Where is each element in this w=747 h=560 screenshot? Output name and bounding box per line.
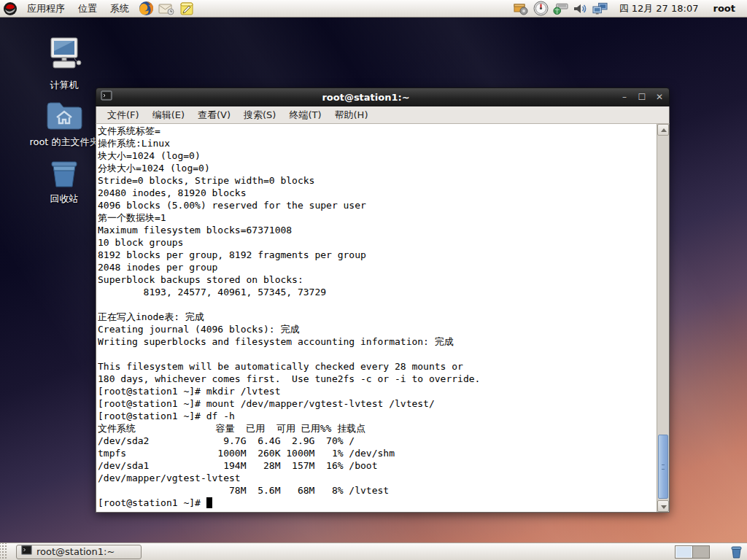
terminal-scrollbar[interactable]: [657, 124, 669, 512]
menu-terminal[interactable]: 终端(T): [282, 106, 328, 123]
desktop: 计算机 root 的主文件夹 回收站: [0, 0, 747, 560]
volume-icon[interactable]: [573, 1, 588, 16]
maximize-button[interactable]: ☐: [637, 92, 647, 102]
menu-help[interactable]: 帮助(H): [328, 106, 375, 123]
desktop-icon-home[interactable]: root 的主文件夹: [24, 99, 104, 149]
show-desktop-button[interactable]: [0, 543, 7, 560]
keyboard-indicator-icon[interactable]: [553, 1, 568, 16]
window-title: root@station1:~: [112, 92, 619, 103]
desktop-icon-computer[interactable]: 计算机: [24, 36, 104, 92]
notes-icon[interactable]: [178, 1, 196, 17]
terminal-cursor: [206, 497, 212, 508]
distro-logo-icon[interactable]: [1, 1, 19, 17]
email-icon[interactable]: [158, 1, 175, 17]
taskbar-window-button[interactable]: root@station1:~: [16, 545, 142, 559]
workspace-1[interactable]: [676, 546, 692, 558]
terminal-output-area[interactable]: 文件系统标签= 操作系统:Linux 块大小=1024 (log=0) 分块大小…: [96, 124, 670, 513]
network-displays-icon[interactable]: [592, 1, 608, 16]
scroll-up-arrow-icon[interactable]: [657, 124, 669, 136]
home-folder-icon: [44, 99, 84, 134]
menu-edit[interactable]: 编辑(E): [146, 106, 191, 123]
terminal-menubar: 文件(F) 编辑(E) 查看(V) 搜索(S) 终端(T) 帮助(H): [96, 106, 670, 124]
firefox-icon[interactable]: [137, 1, 155, 17]
username-label[interactable]: root: [711, 3, 743, 14]
desktop-icon-label: 计算机: [50, 79, 79, 92]
computer-icon: [44, 36, 84, 77]
terminal-mini-icon: [21, 545, 32, 559]
bottom-taskbar: root@station1:~: [0, 542, 747, 560]
system-tray: 四 12月 27 18:07 root: [502, 1, 747, 16]
desktop-icon-trash[interactable]: 回收站: [24, 159, 104, 206]
taskbar-window-label: root@station1:~: [36, 546, 115, 557]
trash-icon: [47, 159, 81, 191]
menu-places[interactable]: 位置: [71, 0, 104, 17]
package-updates-icon[interactable]: [514, 1, 529, 16]
menu-view[interactable]: 查看(V): [191, 106, 237, 123]
menu-system[interactable]: 系统: [104, 0, 136, 17]
scrollbar-thumb[interactable]: [658, 435, 668, 499]
terminal-window-icon: [101, 90, 112, 104]
system-monitor-icon[interactable]: [533, 1, 549, 16]
terminal-window: root@station1:~ – ☐ ✕ 文件(F) 编辑(E) 查看(V) …: [96, 88, 670, 513]
menu-search[interactable]: 搜索(S): [237, 106, 282, 123]
scroll-down-arrow-icon[interactable]: [657, 500, 669, 512]
top-panel: 应用程序 位置 系统: [0, 0, 747, 18]
terminal-output-text: 文件系统标签= 操作系统:Linux 块大小=1024 (log=0) 分块大小…: [98, 125, 656, 512]
terminal-titlebar[interactable]: root@station1:~ – ☐ ✕: [96, 88, 670, 106]
clock[interactable]: 四 12月 27 18:07: [612, 2, 706, 15]
menu-applications[interactable]: 应用程序: [20, 0, 71, 17]
minimize-button[interactable]: –: [619, 92, 630, 102]
trash-applet-icon[interactable]: [730, 545, 743, 559]
workspace-switcher: [675, 545, 710, 559]
workspace-2[interactable]: [692, 546, 709, 558]
desktop-icon-label: 回收站: [50, 192, 79, 206]
desktop-icon-label: root 的主文件夹: [29, 136, 98, 149]
close-button[interactable]: ✕: [654, 92, 665, 102]
menu-file[interactable]: 文件(F): [101, 106, 146, 123]
